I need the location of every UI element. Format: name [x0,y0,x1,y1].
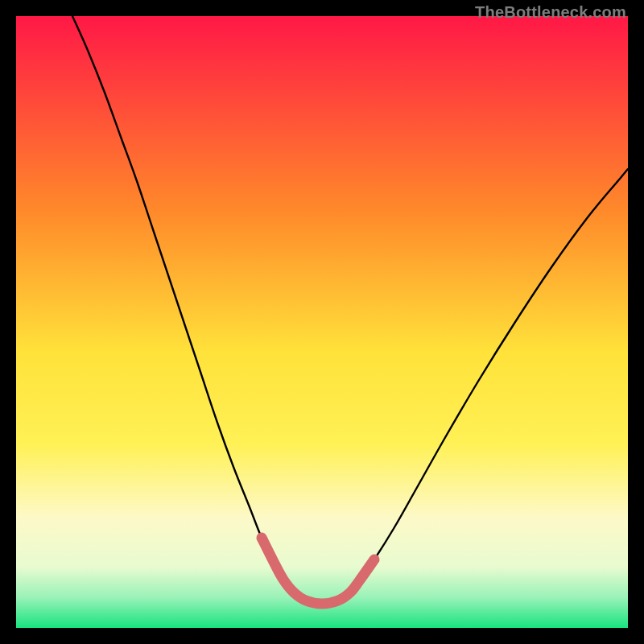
curve-right-branch [359,169,628,581]
chart-stage: TheBottleneck.com [0,0,644,644]
watermark-text: TheBottleneck.com [475,3,626,22]
plot-area [16,16,628,628]
curve-layer [16,16,628,628]
curve-pink-overlay [262,538,374,604]
curve-left-branch [72,16,283,580]
